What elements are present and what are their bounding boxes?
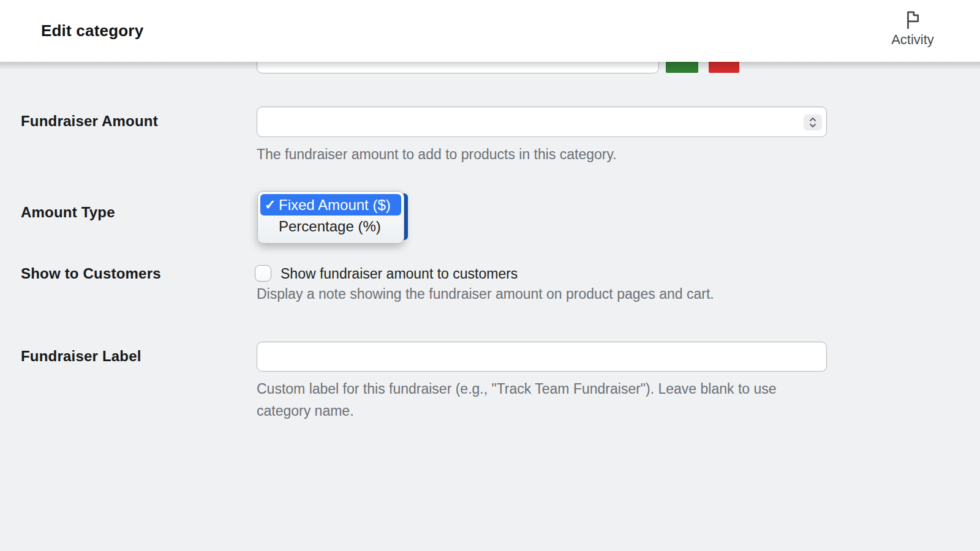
show-fundraiser-checkbox[interactable]: [255, 265, 271, 282]
fundraiser-label-input[interactable]: [257, 342, 827, 372]
activity-button[interactable]: Activity: [870, 9, 956, 55]
show-fundraiser-checkbox-label[interactable]: Show fundraiser amount to customers: [281, 265, 518, 282]
page-title: Edit category: [41, 0, 143, 62]
activity-label: Activity: [891, 32, 934, 48]
check-icon: ✓: [263, 197, 277, 213]
fundraiser-amount-help: The fundraiser amount to add to products…: [257, 143, 617, 165]
dropdown-option-label: Percentage (%): [279, 218, 381, 235]
header-bar: Edit category Activity: [0, 0, 980, 62]
fundraiser-label-help: Custom label for this fundraiser (e.g., …: [257, 378, 829, 422]
amount-type-label: Amount Type: [21, 204, 115, 221]
fundraiser-amount-label: Fundraiser Amount: [21, 113, 158, 130]
fundraiser-amount-input[interactable]: [257, 107, 827, 137]
edit-category-page: Edit category Activity Fundraiser Amount…: [0, 0, 980, 551]
fundraiser-label-label: Fundraiser Label: [21, 348, 141, 365]
dropdown-option-fixed-amount[interactable]: ✓ Fixed Amount ($): [260, 194, 401, 216]
dropdown-option-percentage[interactable]: ✓ Percentage (%): [260, 216, 401, 237]
stepper-chevrons-icon: [808, 116, 818, 129]
number-stepper[interactable]: [804, 114, 822, 130]
amount-type-dropdown: ✓ Fixed Amount ($) ✓ Percentage (%): [257, 191, 404, 244]
show-to-customers-help: Display a note showing the fundraiser am…: [257, 283, 714, 305]
dropdown-option-label: Fixed Amount ($): [279, 197, 391, 214]
show-to-customers-label: Show to Customers: [21, 265, 161, 282]
flag-icon: [903, 9, 922, 29]
